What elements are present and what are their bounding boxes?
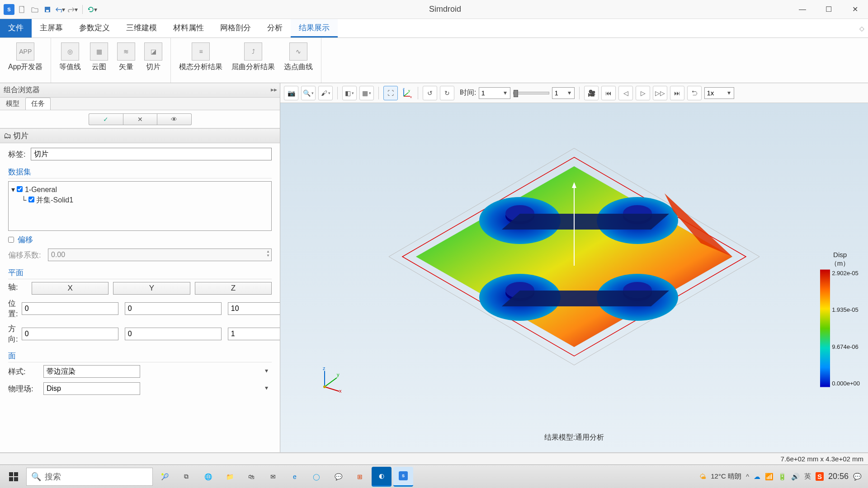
position-x-input[interactable] <box>22 302 118 315</box>
wechat-icon[interactable]: 💬 <box>328 467 348 487</box>
task-view-icon[interactable]: ⧉ <box>176 467 196 487</box>
maximize-button[interactable]: ☐ <box>816 0 842 19</box>
edge-legacy-icon[interactable]: e <box>285 467 305 487</box>
start-button[interactable] <box>3 467 24 487</box>
rotate-cw-icon[interactable]: ↻ <box>440 86 454 100</box>
refresh-icon[interactable]: ▾ <box>87 5 97 14</box>
clock[interactable]: 20:56 <box>828 472 849 481</box>
new-file-icon[interactable] <box>17 5 27 14</box>
ribbon-curve-button[interactable]: ∿选点曲线 <box>279 41 317 82</box>
ribbon-cloud-button[interactable]: ▦云图 <box>85 41 113 82</box>
weather-icon[interactable]: 🌤 <box>699 473 706 480</box>
tree-child-checkbox[interactable] <box>28 197 34 202</box>
tree-root[interactable]: ▾ 1-General <box>11 184 269 195</box>
axis-y-button[interactable]: Y <box>113 282 190 295</box>
edge-icon[interactable]: 🌐 <box>198 467 218 487</box>
ribbon-contour-button[interactable]: ◎等值线 <box>55 41 85 82</box>
color-cube-icon[interactable]: ▦ <box>359 86 374 100</box>
mail-icon[interactable]: ✉ <box>263 467 283 487</box>
first-frame-icon[interactable]: ⏮ <box>601 86 616 100</box>
search-box[interactable]: 🔍 搜索 <box>26 468 153 486</box>
ribbon-buckling-button[interactable]: ⤴屈曲分析结果 <box>227 41 279 82</box>
onedrive-icon[interactable]: ☁ <box>754 473 760 481</box>
direction-z-input[interactable] <box>228 328 280 340</box>
tray-expand-icon[interactable]: ^ <box>746 473 749 480</box>
open-file-icon[interactable] <box>30 5 40 14</box>
loop-icon[interactable]: ⮌ <box>687 86 702 100</box>
time-slider[interactable] <box>513 92 549 94</box>
ribbon-vector-button[interactable]: ≋矢量 <box>113 41 140 82</box>
tree-root-checkbox[interactable] <box>17 186 23 192</box>
axis-triad-icon[interactable]: zxy <box>401 87 413 99</box>
menu-3[interactable]: 材料属性 <box>165 19 212 38</box>
offset-checkbox[interactable] <box>8 237 14 243</box>
wifi-icon[interactable]: 📶 <box>765 473 774 481</box>
offset-coef-input[interactable] <box>48 249 272 261</box>
menu-1[interactable]: 参数定义 <box>71 19 118 38</box>
viewport[interactable]: zxy Disp （m） 2.902e-051.935e-059.674e-06… <box>280 103 868 452</box>
axis-x-button[interactable]: X <box>32 282 108 295</box>
browser-icon[interactable]: ◯ <box>307 467 326 487</box>
record-icon[interactable]: 🎥 <box>584 86 599 100</box>
spinner-down-icon[interactable]: ▼ <box>266 253 270 258</box>
style-select[interactable] <box>43 365 140 378</box>
confirm-button[interactable]: ✓ <box>89 113 123 125</box>
preview-button[interactable]: 👁 <box>157 113 192 125</box>
fit-icon[interactable]: ⛶ <box>383 86 398 100</box>
dataset-tree[interactable]: ▾ 1-General └ 并集-Solid1 <box>8 181 272 231</box>
sidebar-tab-1[interactable]: 任务 <box>25 98 51 110</box>
ribbon-collapse-icon[interactable]: ◇ <box>859 25 864 32</box>
direction-x-input[interactable] <box>22 328 118 340</box>
battery-icon[interactable]: 🔋 <box>778 473 787 481</box>
rotate-ccw-icon[interactable]: ↺ <box>423 86 437 100</box>
next-frame-icon[interactable]: ▷▷ <box>653 86 667 100</box>
speed-select[interactable] <box>704 87 734 99</box>
frame-input[interactable] <box>552 87 575 99</box>
explorer-icon[interactable]: 📁 <box>220 467 240 487</box>
position-y-input[interactable] <box>125 302 222 315</box>
spinner-up-icon[interactable]: ▲ <box>266 249 270 253</box>
volume-icon[interactable]: 🔊 <box>791 473 800 481</box>
brush-icon[interactable]: 🖌 <box>318 86 333 100</box>
zoom-icon[interactable]: 🔍 <box>301 86 316 100</box>
view-cube-icon[interactable]: ◧ <box>342 86 357 100</box>
menu-file[interactable]: 文件 <box>0 19 32 38</box>
camera-icon[interactable]: 📷 <box>284 86 298 100</box>
time-input[interactable] <box>479 87 510 99</box>
sidebar-tab-0[interactable]: 模型 <box>0 98 25 110</box>
position-z-input[interactable] <box>228 302 280 315</box>
redo-icon[interactable]: ▾ <box>68 5 78 14</box>
ribbon-modal-button[interactable]: ≡模态分析结果 <box>175 41 227 82</box>
save-icon[interactable] <box>42 5 52 14</box>
ime-icon[interactable]: 英 <box>804 472 811 481</box>
cancel-button[interactable]: ✕ <box>123 113 157 125</box>
office-icon[interactable]: ⊞ <box>350 467 370 487</box>
menu-2[interactable]: 三维建模 <box>118 19 165 38</box>
sidebar-collapse-icon[interactable]: ▸▸ <box>271 86 277 93</box>
menu-0[interactable]: 主屏幕 <box>32 19 71 38</box>
undo-icon[interactable]: ▾ <box>55 5 65 14</box>
ribbon-slice-button[interactable]: ◪切片 <box>140 41 167 82</box>
menu-5[interactable]: 分析 <box>259 19 291 38</box>
colorbar-title: Disp <box>820 250 860 258</box>
simdroid-task-icon[interactable]: S <box>393 467 413 487</box>
last-frame-icon[interactable]: ⏭ <box>670 86 684 100</box>
minimize-button[interactable]: — <box>789 0 816 19</box>
menu-6[interactable]: 结果展示 <box>291 19 338 38</box>
field-select[interactable] <box>43 382 140 395</box>
app1-icon[interactable]: ◐ <box>372 467 392 487</box>
direction-y-input[interactable] <box>125 328 222 340</box>
prev-frame-icon[interactable]: ◁ <box>618 86 633 100</box>
sogou-icon[interactable]: S <box>816 472 824 481</box>
close-button[interactable]: ✕ <box>842 0 868 19</box>
menu-4[interactable]: 网格剖分 <box>212 19 259 38</box>
cortana-icon[interactable]: 🎾 <box>155 467 175 487</box>
notifications-icon[interactable]: 💬 <box>853 473 862 481</box>
tree-child[interactable]: └ 并集-Solid1 <box>21 195 269 206</box>
label-input[interactable] <box>31 148 272 160</box>
ribbon-app-button[interactable]: APPApp开发器 <box>4 41 47 82</box>
weather-text[interactable]: 12°C 晴朗 <box>711 472 741 481</box>
play-icon[interactable]: ▷ <box>636 86 650 100</box>
axis-z-button[interactable]: Z <box>195 282 272 295</box>
store-icon[interactable]: 🛍 <box>241 467 261 487</box>
